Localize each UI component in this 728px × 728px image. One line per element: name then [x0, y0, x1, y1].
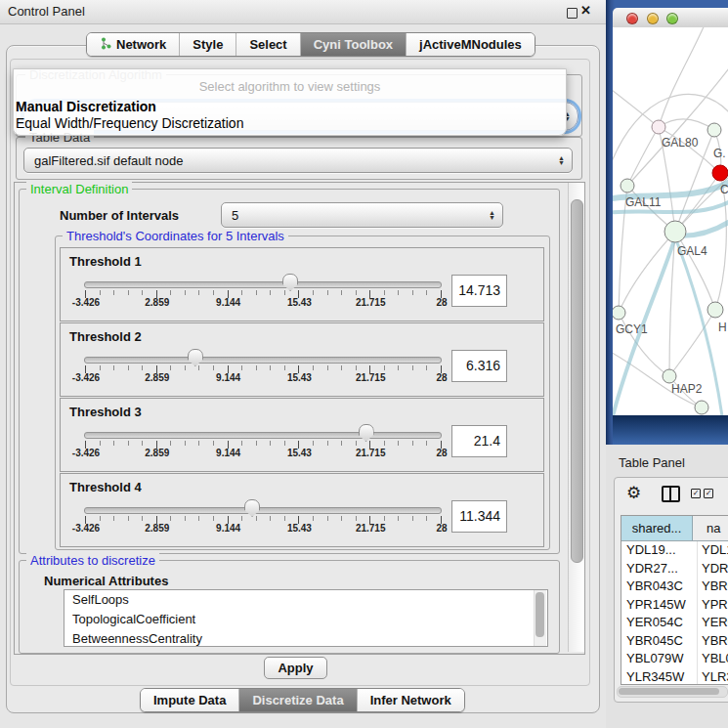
table-row[interactable]: YDR27...YDR2: [621, 560, 728, 578]
tab-impute-data[interactable]: Impute Data: [141, 689, 238, 711]
network-HAP2-node[interactable]: [663, 369, 676, 383]
threshold-1-slider-thumb[interactable]: [282, 274, 298, 291]
tick-label: 2.859: [145, 448, 169, 458]
cell-shared-name: YBR045C: [621, 632, 698, 651]
numerical-attributes-list[interactable]: SelfLoopsTopologicalCoefficientBetweenne…: [64, 589, 548, 647]
tab-cyni-toolbox[interactable]: Cyni Toolbox: [300, 33, 406, 56]
tick-label: 28: [436, 372, 447, 383]
threshold-4-slider-track[interactable]: [84, 507, 442, 514]
table-row[interactable]: YLR345WYLR3: [621, 668, 728, 686]
threshold-3-value-field[interactable]: 21.4: [451, 425, 507, 457]
tick-mark: [142, 516, 143, 521]
columns-icon[interactable]: [662, 486, 680, 502]
network-right-node[interactable]: [707, 302, 723, 318]
gear-icon[interactable]: ⚙: [626, 483, 641, 503]
horizontal-scrollbar-thumb[interactable]: [619, 688, 719, 695]
attribute-item-selfloops[interactable]: SelfLoops: [64, 590, 547, 610]
network-label-h: H: [718, 321, 727, 334]
tick-label: 21.715: [356, 448, 386, 458]
checkbox-icon[interactable]: ✓: [704, 489, 713, 498]
table-row[interactable]: YDL19...YDL1: [621, 541, 728, 560]
mac-close-icon[interactable]: [626, 13, 638, 24]
column-header-shared-name[interactable]: shared...: [621, 516, 693, 540]
tick-mark: [270, 290, 271, 295]
threshold-2-slider-track[interactable]: [84, 357, 442, 364]
tab-discretize-data[interactable]: Discretize Data: [238, 689, 356, 711]
threshold-3-slider-thumb[interactable]: [359, 424, 374, 442]
network-GAL11-node[interactable]: [621, 179, 634, 193]
threshold-1-value-field[interactable]: 14.713: [451, 275, 507, 307]
mac-minimize-icon[interactable]: [647, 13, 659, 24]
tick-mark: [241, 441, 242, 446]
cell-shared-name: YDL19...: [621, 541, 698, 560]
attribute-item-betweennesscentrality[interactable]: BetweennessCentrality: [64, 629, 547, 647]
network-canvas[interactable]: GAL80G.GAL11CGAL4GCY1HHAP2: [613, 27, 728, 415]
network-top-right-node[interactable]: [707, 123, 721, 137]
tick-mark: [313, 365, 314, 370]
table-data-combobox[interactable]: galFiltered.sif default node ▲▼: [23, 148, 573, 173]
app-root: Control Panel ✕ NetworkStyleSelectCyni T…: [0, 0, 728, 728]
tab-select[interactable]: Select: [236, 33, 299, 56]
tab-infer-network[interactable]: Infer Network: [357, 689, 464, 711]
network-graph: GAL80G.GAL11CGAL4GCY1HHAP2: [613, 27, 728, 415]
tab-network[interactable]: Network: [87, 33, 179, 56]
tick-mark: [327, 365, 328, 370]
network-icon: [100, 37, 111, 53]
tick-mark: [170, 290, 171, 295]
column-header-name[interactable]: na: [693, 516, 728, 540]
network-GAL80-node[interactable]: [652, 120, 665, 134]
float-window-icon[interactable]: [567, 8, 578, 19]
table-row[interactable]: YBR045CYBR0: [621, 632, 728, 651]
attributes-scrollbar-thumb[interactable]: [535, 592, 544, 637]
table-row[interactable]: YER054CYER0: [621, 614, 728, 632]
checkbox-icon[interactable]: ✓: [691, 489, 701, 498]
tick-mark: [426, 441, 427, 446]
attribute-item-topologicalcoefficient[interactable]: TopologicalCoefficient: [64, 610, 547, 629]
tab-style[interactable]: Style: [179, 33, 236, 56]
vertical-scrollbar-thumb[interactable]: [571, 199, 583, 563]
tick-mark: [256, 441, 257, 446]
table-row[interactable]: YBL079WYBL0: [621, 650, 728, 668]
network-red-node[interactable]: [712, 165, 728, 181]
network-bottom-node[interactable]: [695, 401, 708, 414]
tick-label: 21.715: [356, 372, 386, 383]
threshold-4-slider-thumb[interactable]: [244, 499, 260, 517]
threshold-3-label: Threshold 3: [69, 405, 142, 419]
threshold-3-slider-track[interactable]: [84, 432, 442, 439]
menu-item-manual-discretization[interactable]: Manual Discretization: [16, 99, 156, 114]
apply-button[interactable]: Apply: [264, 657, 327, 679]
tick-mark: [327, 290, 328, 295]
threshold-1-slider-track[interactable]: [84, 281, 442, 288]
cell-shared-name: YER054C: [621, 614, 698, 632]
network-label-hap2: HAP2: [671, 382, 703, 396]
tick-label: 21.715: [356, 523, 386, 534]
table-row[interactable]: YPR145WYPR1: [621, 596, 728, 615]
tick-label: 15.43: [287, 372, 312, 383]
network-label-gal80: GAL80: [662, 136, 699, 150]
tick-mark: [313, 290, 314, 295]
number-of-intervals-combobox[interactable]: 5 ▲▼: [221, 202, 503, 228]
tick-mark: [241, 516, 242, 521]
threshold-4-box: Threshold 4-3.4262.8599.14415.4321.71528…: [60, 473, 544, 547]
menu-item-equal-width-discretization[interactable]: Equal Width/Frequency Discretization: [16, 115, 243, 131]
network-GCY1-node[interactable]: [613, 306, 625, 320]
threshold-2-value-field[interactable]: 6.316: [451, 350, 507, 382]
attributes-title: Attributes to discretize: [26, 553, 159, 568]
table-panel-box: ⚙ ✓ ✓ shared... na YDL19...YDL1YDR27...Y…: [614, 477, 728, 703]
tick-mark: [185, 365, 186, 370]
number-of-intervals-label: Number of Intervals: [60, 208, 179, 223]
vertical-scrollbar[interactable]: [568, 183, 584, 652]
mac-zoom-icon[interactable]: [666, 13, 678, 24]
threshold-sliders-container: Threshold 1-3.4262.8599.14415.4321.71528…: [55, 236, 548, 548]
table-row[interactable]: YBR043CYBR0: [621, 578, 728, 596]
threshold-4-value-field[interactable]: 11.344: [451, 500, 507, 533]
node-table[interactable]: shared... na YDL19...YDL1YDR27...YDR2YBR…: [621, 515, 728, 685]
attributes-scrollbar[interactable]: [534, 590, 546, 646]
tick-mark: [256, 365, 257, 370]
tab-jactivemnodules[interactable]: jActiveMNodules: [406, 33, 535, 56]
close-panel-icon[interactable]: ✕: [580, 3, 591, 18]
network-window-titlebar[interactable]: [613, 8, 728, 28]
horizontal-scrollbar[interactable]: [617, 686, 728, 698]
threshold-2-slider-thumb[interactable]: [188, 349, 203, 366]
network-GAL4-node[interactable]: [664, 221, 686, 242]
